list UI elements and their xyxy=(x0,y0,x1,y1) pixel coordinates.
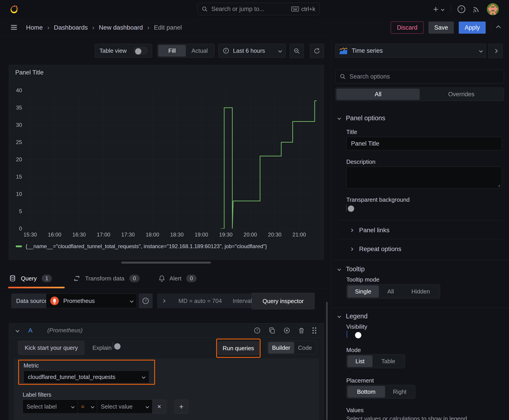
tooltip-mode-label: Tooltip mode xyxy=(346,276,379,283)
tab-all[interactable]: All xyxy=(336,89,420,100)
stats-maxdatapoints: MD = auto = 704 xyxy=(178,298,222,304)
grafana-logo-icon[interactable] xyxy=(8,4,19,15)
builder-option[interactable]: Builder xyxy=(268,342,294,354)
y-axis-labels: 0510152025303540 xyxy=(9,90,22,229)
operator-dropdown[interactable]: = xyxy=(78,400,97,413)
tab-query[interactable]: Query 1 xyxy=(9,270,52,287)
breadcrumb-home[interactable]: Home xyxy=(26,24,43,31)
prometheus-logo-icon xyxy=(50,296,59,306)
x-tick-label: 19:30 xyxy=(214,232,237,238)
chart-legend[interactable]: {__name__="cloudflared_tunnel_total_requ… xyxy=(16,242,267,250)
plus-icon: + xyxy=(179,402,183,411)
fill-option[interactable]: Fill xyxy=(158,45,186,57)
query-inspector-button[interactable]: Query inspector xyxy=(251,293,315,309)
visualization-picker[interactable]: Time series xyxy=(335,44,486,58)
global-search-box[interactable]: ctrl+k xyxy=(197,3,319,15)
horizontal-scrollbar[interactable] xyxy=(121,262,211,264)
legend-values-hint: Select values or calculations to show in… xyxy=(346,415,467,420)
news-rss-icon[interactable] xyxy=(472,5,481,14)
select-label-dropdown[interactable]: Select label xyxy=(23,400,78,413)
collapse-header-chevron-icon[interactable] xyxy=(496,25,501,30)
database-icon xyxy=(9,275,16,282)
remove-filter-button[interactable]: × xyxy=(152,400,166,413)
search-input[interactable] xyxy=(211,5,291,13)
discard-button[interactable]: Discard xyxy=(391,22,424,34)
code-option[interactable]: Code xyxy=(294,342,316,354)
legend-series-marker xyxy=(16,246,22,247)
select-value-dropdown[interactable]: Select value xyxy=(97,400,152,413)
options-search-box[interactable] xyxy=(335,69,504,83)
y-tick-label: 5 xyxy=(9,208,22,215)
duplicate-query-icon[interactable] xyxy=(268,327,276,334)
legend-placement-bottom[interactable]: Bottom xyxy=(347,386,385,398)
tooltip-header[interactable]: Tooltip xyxy=(338,265,365,273)
add-icon[interactable]: + xyxy=(433,5,438,14)
resize-handle-icon[interactable] xyxy=(497,184,501,187)
collapse-options-button[interactable] xyxy=(488,44,503,58)
tab-alert-label: Alert xyxy=(169,275,181,282)
title-field-label: Title xyxy=(346,128,357,135)
legend-placement-right[interactable]: Right xyxy=(385,386,414,398)
panel-links-header[interactable]: Panel links xyxy=(350,225,389,236)
datasource-help-button[interactable]: ? xyxy=(139,293,153,308)
refresh-button[interactable] xyxy=(310,44,324,58)
table-view-toggle[interactable] xyxy=(134,47,147,54)
drag-handle-icon[interactable] xyxy=(312,327,316,334)
delete-query-trash-icon[interactable] xyxy=(298,327,305,334)
hide-response-eye-icon[interactable] xyxy=(283,327,290,334)
menu-hamburger-icon[interactable] xyxy=(9,23,18,31)
panel-title[interactable]: Panel Title xyxy=(15,69,44,76)
tab-overrides[interactable]: Overrides xyxy=(420,89,503,100)
tab-alert[interactable]: Alert 0 xyxy=(158,270,197,287)
expand-stats-chevron-icon[interactable] xyxy=(162,299,166,303)
kick-start-query-button[interactable]: Kick start your query xyxy=(18,341,84,355)
query-help-icon[interactable]: ? xyxy=(254,327,261,334)
add-filter-button[interactable]: + xyxy=(174,400,188,413)
query-row-header[interactable]: A (Prometheus) ? xyxy=(9,323,324,338)
run-queries-button[interactable]: Run queries xyxy=(218,341,259,355)
x-tick-label: 17:30 xyxy=(117,232,139,238)
tooltip-single-option[interactable]: Single xyxy=(347,285,379,298)
save-button[interactable]: Save xyxy=(428,22,454,34)
metric-select[interactable]: cloudflared_tunnel_total_requests xyxy=(23,371,149,383)
actual-option[interactable]: Actual xyxy=(186,45,213,57)
legend-header[interactable]: Legend xyxy=(338,312,368,320)
vertical-scrollbar[interactable] xyxy=(326,302,328,420)
tab-query-label: Query xyxy=(21,275,37,282)
tooltip-hidden-option[interactable]: Hidden xyxy=(403,285,439,298)
breadcrumb-new-dashboard[interactable]: New dashboard xyxy=(99,24,143,31)
options-search-input[interactable] xyxy=(349,73,500,80)
explain-toggle[interactable] xyxy=(113,342,113,349)
legend-placement-segment: Bottom Right xyxy=(346,385,415,399)
time-range-picker[interactable]: Last 6 hours xyxy=(218,44,286,58)
query-collapse-chevron-icon[interactable] xyxy=(16,329,20,332)
breadcrumb-separator: › xyxy=(147,24,149,31)
tab-transform-label: Transform data xyxy=(85,275,124,282)
tooltip-mode-segment: Single All Hidden xyxy=(346,284,440,299)
datasource-picker[interactable]: Prometheus xyxy=(46,293,137,308)
repeat-options-header[interactable]: Repeat options xyxy=(350,243,401,255)
transparent-bg-toggle[interactable] xyxy=(346,204,347,211)
apply-button[interactable]: Apply xyxy=(459,22,486,34)
help-icon[interactable]: ? xyxy=(457,5,466,14)
options-tabs: All Overrides xyxy=(335,88,504,101)
panel-options-header[interactable]: Panel options xyxy=(338,114,385,122)
divider xyxy=(338,220,502,220)
tooltip-chevron-icon xyxy=(338,267,341,271)
breadcrumb-dashboards[interactable]: Dashboards xyxy=(54,24,88,31)
user-avatar[interactable] xyxy=(487,3,499,15)
zoom-out-button[interactable] xyxy=(289,44,304,58)
close-icon: × xyxy=(157,403,161,410)
tooltip-all-option[interactable]: All xyxy=(379,285,403,298)
legend-mode-list[interactable]: List xyxy=(347,355,372,367)
time-series-chart[interactable] xyxy=(24,90,317,229)
tab-transform[interactable]: Transform data 0 xyxy=(73,270,140,287)
panel-title-input[interactable] xyxy=(346,137,502,150)
datasource-name: Prometheus xyxy=(63,298,130,304)
add-chevron-down-icon[interactable] xyxy=(441,8,445,11)
legend-visibility-toggle[interactable] xyxy=(347,331,347,338)
x-tick-label: 21:00 xyxy=(288,232,310,238)
query-ref-id[interactable]: A xyxy=(28,327,32,334)
panel-description-textarea[interactable] xyxy=(346,167,502,188)
legend-mode-table[interactable]: Table xyxy=(372,355,404,367)
